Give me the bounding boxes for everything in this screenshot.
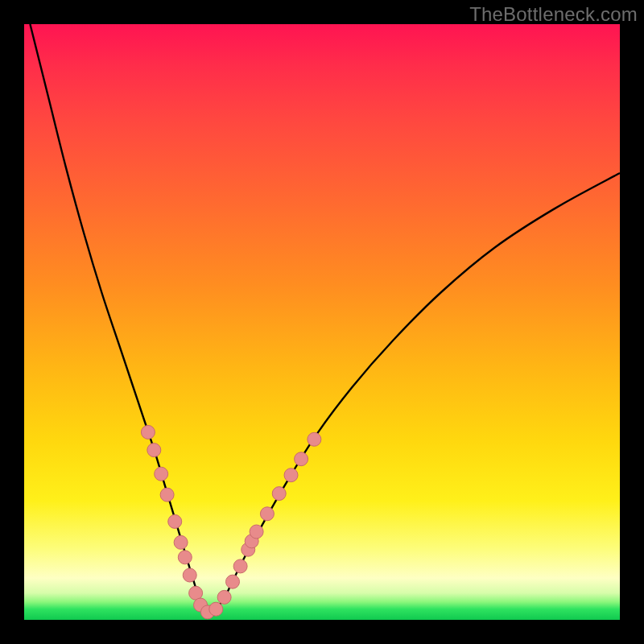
curve-marker: [308, 432, 321, 446]
curve-marker: [260, 507, 274, 521]
curve-marker: [183, 568, 196, 582]
bottleneck-chart: [24, 24, 620, 620]
watermark-text: TheBottleneck.com: [469, 3, 638, 26]
curve-markers: [141, 425, 320, 618]
chart-frame: [24, 24, 620, 620]
curve-marker: [295, 452, 308, 466]
curve-marker: [174, 535, 188, 549]
curve-marker: [141, 425, 155, 439]
curve-marker: [178, 551, 192, 564]
curve-marker: [160, 488, 174, 502]
curve-marker: [168, 514, 182, 528]
curve-marker: [250, 525, 263, 539]
curve-marker: [226, 575, 240, 588]
curve-marker: [272, 487, 286, 501]
bottleneck-curve-line: [30, 24, 620, 613]
curve-marker: [155, 467, 168, 481]
curve-marker: [209, 602, 223, 616]
curve-marker: [233, 559, 247, 573]
curve-marker: [217, 590, 231, 604]
curve-marker: [284, 469, 298, 482]
curve-marker: [147, 444, 161, 457]
